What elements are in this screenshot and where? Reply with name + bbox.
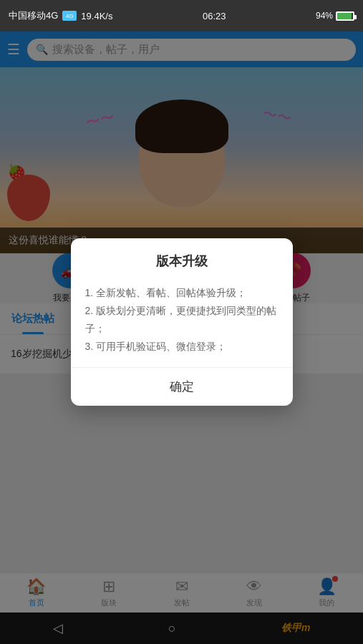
battery-label: 94%	[316, 11, 333, 21]
modal-overlay: 版本升级 1. 全新发帖、看帖、回帖体验升级； 2. 版块划分更清晰，更便捷找到…	[0, 0, 363, 644]
modal-body: 1. 全新发帖、看帖、回帖体验升级； 2. 版块划分更清晰，更便捷找到同类型的帖…	[71, 278, 293, 368]
modal-text-line1: 1. 全新发帖、看帖、回帖体验升级；	[85, 284, 279, 302]
modal-text-line2: 2. 版块划分更清晰，更便捷找到同类型的帖子；	[85, 302, 279, 338]
modal-header: 版本升级	[71, 238, 293, 278]
confirm-button[interactable]: 确定	[71, 368, 293, 406]
status-time: 06:23	[203, 11, 226, 21]
battery-icon	[336, 11, 354, 21]
carrier-label: 中国移动4G	[9, 9, 58, 22]
upgrade-modal: 版本升级 1. 全新发帖、看帖、回帖体验升级； 2. 版块划分更清晰，更便捷找到…	[71, 238, 293, 406]
modal-title: 版本升级	[156, 254, 208, 268]
speed-label: 19.4K/s	[81, 11, 112, 21]
status-bar: 中国移动4G 4G 19.4K/s 06:23 94%	[0, 0, 363, 31]
status-left: 中国移动4G 4G 19.4K/s	[9, 9, 112, 22]
modal-footer: 确定	[71, 368, 293, 406]
carrier-icon: 4G	[62, 11, 77, 21]
status-right: 94%	[316, 11, 354, 21]
modal-text-line3: 3. 可用手机验证码、微信登录；	[85, 338, 279, 356]
